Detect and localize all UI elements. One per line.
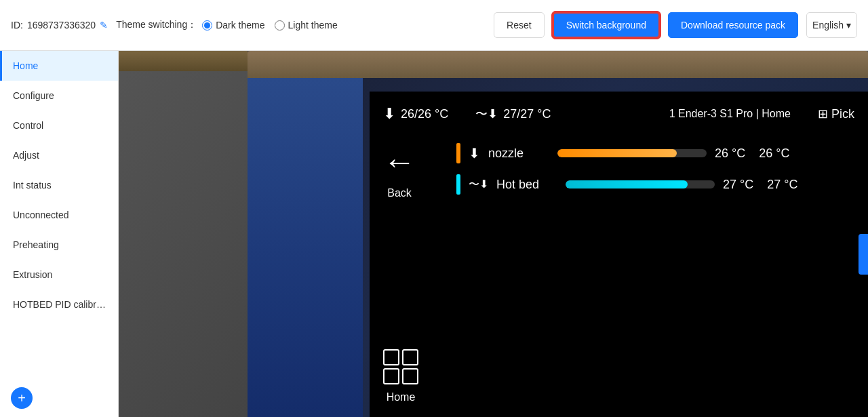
sidebar-item-control[interactable]: Control <box>0 111 118 140</box>
sidebar-item-int-status[interactable]: Int status <box>0 170 118 200</box>
hotbed-bar-container <box>566 180 715 188</box>
back-arrow-icon: ← <box>383 143 416 180</box>
home-label: Home <box>387 391 416 403</box>
main-layout: Home Configure Control Adjust Int status… <box>0 51 868 417</box>
download-resource-pack-button[interactable]: Download resource pack <box>668 12 798 38</box>
frame-top-bar <box>248 51 868 78</box>
language-selector[interactable]: English ▾ <box>806 12 857 38</box>
sidebar-item-preheating[interactable]: Preheating <box>0 230 118 260</box>
sidebar-item-home[interactable]: Home <box>0 51 118 81</box>
printer-scene: ⬇ 26/26 °C 〜⬇ 27/27 °C 1 Ender-3 S1 Pro … <box>119 51 868 417</box>
chevron-down-icon: ▾ <box>846 20 851 31</box>
theme-label: Theme switching： <box>116 19 197 31</box>
nozzle-indicator <box>456 143 460 163</box>
hotbed-temp-header: 〜⬇ 27/27 °C <box>475 106 551 122</box>
nozzle-temp-header: ⬇ 26/26 °C <box>383 105 448 123</box>
sidebar-item-unconnected[interactable]: Unconnected <box>0 200 118 230</box>
home-grid-icon <box>383 349 418 384</box>
printer-name: 1 Ender-3 S1 Pro | Home <box>669 108 791 120</box>
content-area: ⬇ 26/26 °C 〜⬇ 27/27 °C 1 Ender-3 S1 Pro … <box>119 51 868 417</box>
back-button-area[interactable]: ← Back <box>383 143 416 199</box>
nozzle-temp-target: 26 °C <box>759 146 789 161</box>
nozzle-icon-header: ⬇ <box>383 105 395 123</box>
nozzle-temp-values: 26 °C 26 °C <box>715 146 789 161</box>
topbar: ID: 1698737336320 ✎ Theme switching： Dar… <box>0 0 868 51</box>
id-label: ID: <box>11 20 23 31</box>
reset-button[interactable]: Reset <box>494 12 545 38</box>
nozzle-row: ⬇ nozzle 26 °C 26 °C <box>456 143 797 163</box>
hotbed-bar <box>566 180 688 188</box>
sidebar: Home Configure Control Adjust Int status… <box>0 51 119 417</box>
dark-theme-radio[interactable] <box>202 20 212 31</box>
light-theme-radio[interactable] <box>275 20 285 31</box>
sidebar-item-extrusion[interactable]: Extrusion <box>0 260 118 290</box>
nozzle-bar-container <box>557 149 707 157</box>
add-button[interactable]: + <box>11 387 33 409</box>
switch-background-button[interactable]: Switch background <box>553 12 660 38</box>
dark-theme-option[interactable]: Dark theme <box>202 20 264 31</box>
hotbed-label: Hot bed <box>496 178 557 192</box>
printer-frame: ⬇ 26/26 °C 〜⬇ 27/27 °C 1 Ender-3 S1 Pro … <box>248 51 868 417</box>
grid-cell-2 <box>402 349 418 365</box>
theme-radio-group: Dark theme Light theme <box>202 20 338 31</box>
frame-top-left <box>119 51 248 71</box>
nozzle-label: nozzle <box>488 146 549 161</box>
pick-button[interactable]: ⊞ Pick <box>818 106 854 121</box>
screen-controls: ← Back ⬇ nozzle <box>383 143 854 199</box>
hotbed-indicator <box>456 174 460 195</box>
hotbed-temp-current: 27 °C <box>723 178 753 192</box>
nozzle-icon: ⬇ <box>469 145 480 161</box>
grid-cell-1 <box>383 349 399 365</box>
home-button-area[interactable]: Home <box>383 349 418 403</box>
hotbed-icon: 〜⬇ <box>469 178 488 192</box>
edit-icon[interactable]: ✎ <box>100 20 108 31</box>
sidebar-bottom: + <box>0 379 118 417</box>
nozzle-temp-current: 26 °C <box>715 146 745 161</box>
temp-controls: ⬇ nozzle 26 °C 26 °C <box>456 143 797 195</box>
id-value: 1698737336320 <box>27 20 96 31</box>
nozzle-bar <box>557 149 677 157</box>
hotbed-row: 〜⬇ Hot bed 27 °C 27 °C <box>456 174 797 195</box>
frame-body: ⬇ 26/26 °C 〜⬇ 27/27 °C 1 Ender-3 S1 Pro … <box>248 78 868 417</box>
light-theme-option[interactable]: Light theme <box>275 20 338 31</box>
light-theme-label: Light theme <box>288 20 338 31</box>
dark-theme-label: Dark theme <box>216 20 264 31</box>
back-label: Back <box>387 187 412 199</box>
right-edge-tab[interactable] <box>859 234 868 275</box>
sidebar-item-configure[interactable]: Configure <box>0 81 118 111</box>
pick-icon: ⊞ <box>818 106 828 121</box>
grid-cell-3 <box>383 368 399 384</box>
hotbed-temp-values: 27 °C 27 °C <box>723 178 797 192</box>
theme-switching-section: Theme switching： Dark theme Light theme <box>116 19 338 31</box>
sidebar-item-adjust[interactable]: Adjust <box>0 140 118 170</box>
pick-label: Pick <box>831 107 854 121</box>
left-wall <box>119 51 248 417</box>
hotbed-icon-header: 〜⬇ <box>475 106 498 122</box>
hotbed-temp-target: 27 °C <box>767 178 797 192</box>
grid-cell-4 <box>402 368 418 384</box>
language-label: English <box>812 20 844 31</box>
plus-icon: + <box>18 391 26 405</box>
id-section: ID: 1698737336320 ✎ <box>11 20 108 31</box>
sidebar-item-hotbed-pid[interactable]: HOTBED PID calibration <box>0 290 118 319</box>
nozzle-temp-header-value: 26/26 °C <box>401 107 448 121</box>
panel-left-blue <box>248 78 363 417</box>
hotbed-temp-header-value: 27/27 °C <box>503 107 551 121</box>
screen-header: ⬇ 26/26 °C 〜⬇ 27/27 °C 1 Ender-3 S1 Pro … <box>383 105 854 123</box>
printer-screen: ⬇ 26/26 °C 〜⬇ 27/27 °C 1 Ender-3 S1 Pro … <box>370 92 868 417</box>
